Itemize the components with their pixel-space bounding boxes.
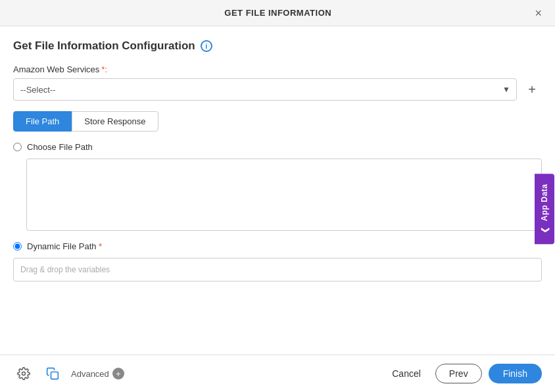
tabs-container: File Path Store Response: [13, 111, 542, 132]
aws-select-wrapper: --Select-- ▼: [13, 78, 517, 101]
app-data-chevron: ❮: [540, 227, 549, 234]
advanced-button[interactable]: Advanced +: [71, 368, 124, 380]
modal-header: GET FILE INFORMATION ×: [0, 0, 555, 26]
choose-file-path-option: Choose File Path: [13, 142, 542, 152]
dynamic-file-radio[interactable]: [13, 242, 22, 251]
config-title-text: Get File Information Configuration: [13, 39, 195, 53]
footer-right-actions: Cancel Prev Finish: [384, 364, 542, 383]
choose-file-radio[interactable]: [13, 143, 22, 151]
aws-select-row: --Select-- ▼ +: [13, 78, 542, 101]
dynamic-required-star: *: [99, 241, 102, 251]
config-title-area: Get File Information Configuration i: [13, 39, 542, 53]
app-data-tab-wrapper: ❮ App Data: [534, 26, 555, 392]
drag-drop-placeholder: Drag & drop the variables: [20, 265, 110, 274]
modal-footer: Advanced + Cancel Prev Finish: [0, 355, 555, 392]
aws-select[interactable]: --Select--: [13, 78, 517, 101]
app-data-tab[interactable]: ❮ App Data: [535, 174, 554, 244]
info-icon[interactable]: i: [201, 40, 212, 52]
modal-body: Get File Information Configuration i Ama…: [0, 26, 555, 355]
drag-drop-area[interactable]: Drag & drop the variables: [13, 258, 542, 282]
dynamic-file-label: Dynamic File Path *: [27, 241, 102, 251]
choose-file-label: Choose File Path: [27, 142, 93, 152]
tab-file-path[interactable]: File Path: [13, 111, 72, 132]
copy-icon: [46, 367, 59, 380]
close-button[interactable]: ×: [532, 6, 544, 20]
prev-button[interactable]: Prev: [435, 364, 482, 383]
copy-button[interactable]: [42, 363, 63, 384]
advanced-plus-icon: +: [112, 368, 124, 380]
settings-button[interactable]: [13, 363, 34, 384]
aws-field-label: Amazon Web Services *:: [13, 64, 542, 74]
aws-required-star: *:: [101, 64, 107, 74]
file-browser-area: [26, 159, 542, 231]
modal-container: GET FILE INFORMATION × Get File Informat…: [0, 0, 555, 392]
svg-point-0: [22, 372, 26, 376]
footer-left-actions: Advanced +: [13, 363, 124, 384]
modal-title: GET FILE INFORMATION: [24, 8, 532, 18]
cancel-button[interactable]: Cancel: [384, 364, 429, 383]
app-data-label: App Data: [540, 184, 549, 222]
gear-icon: [17, 367, 30, 380]
tab-store-response[interactable]: Store Response: [72, 111, 158, 132]
dynamic-file-path-option: Dynamic File Path *: [13, 241, 542, 251]
svg-rect-1: [51, 372, 59, 380]
advanced-label: Advanced: [71, 369, 109, 379]
